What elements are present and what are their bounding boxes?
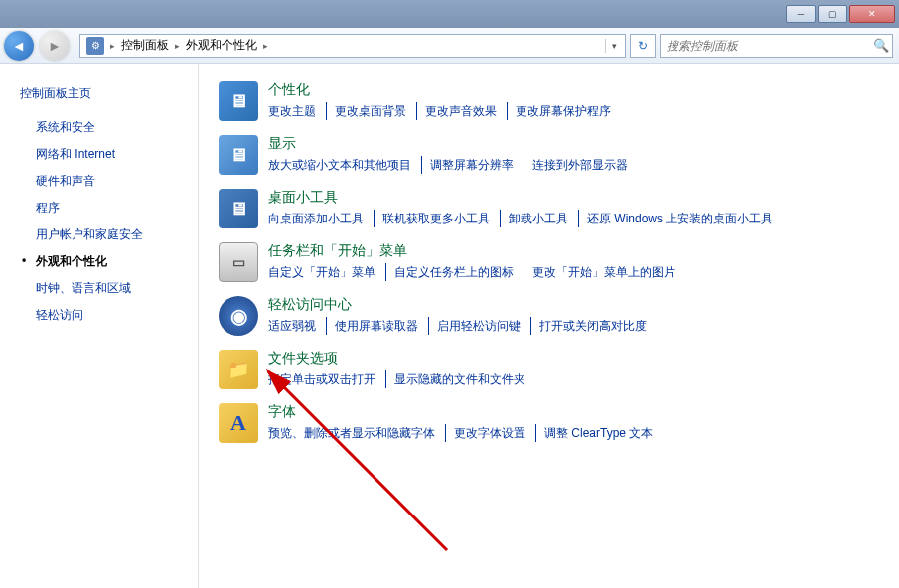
- main-content: 🖥个性化更改主题更改桌面背景更改声音效果更改屏幕保护程序🖥显示放大或缩小文本和其…: [199, 64, 899, 588]
- category-3: ▭任务栏和「开始」菜单自定义「开始」菜单自定义任务栏上的图标更改「开始」菜单上的…: [219, 242, 879, 282]
- category-6: A字体预览、删除或者显示和隐藏字体更改字体设置调整 ClearType 文本: [219, 403, 879, 443]
- category-title[interactable]: 显示: [268, 135, 879, 153]
- sidebar: 控制面板主页 系统和安全网络和 Internet硬件和声音程序用户帐户和家庭安全…: [0, 64, 199, 588]
- sidebar-item-6[interactable]: 时钟、语言和区域: [0, 275, 198, 302]
- category-title[interactable]: 任务栏和「开始」菜单: [268, 242, 879, 260]
- display-icon[interactable]: 🖥: [219, 135, 258, 175]
- breadcrumb-root[interactable]: 控制面板: [117, 37, 173, 54]
- sidebar-item-0[interactable]: 系统和安全: [0, 114, 198, 141]
- category-link[interactable]: 适应弱视: [268, 317, 327, 335]
- category-title[interactable]: 字体: [268, 403, 879, 421]
- refresh-button[interactable]: ↻: [630, 34, 656, 58]
- sidebar-item-1[interactable]: 网络和 Internet: [0, 141, 198, 168]
- category-link[interactable]: 启用轻松访问键: [437, 317, 531, 335]
- category-link[interactable]: 调整屏幕分辨率: [430, 156, 524, 174]
- category-link[interactable]: 更改屏幕保护程序: [516, 102, 621, 120]
- category-title[interactable]: 桌面小工具: [268, 189, 879, 207]
- sidebar-item-4[interactable]: 用户帐户和家庭安全: [0, 221, 198, 248]
- gadgets-icon[interactable]: 🖥: [219, 189, 258, 228]
- chevron-right-icon[interactable]: ▸: [108, 41, 117, 51]
- category-5: 📁文件夹选项指定单击或双击打开显示隐藏的文件和文件夹: [219, 350, 879, 389]
- category-link[interactable]: 卸载小工具: [509, 210, 579, 227]
- category-link[interactable]: 显示隐藏的文件和文件夹: [394, 370, 535, 388]
- category-title[interactable]: 个性化: [268, 81, 879, 99]
- category-link[interactable]: 预览、删除或者显示和隐藏字体: [268, 424, 446, 442]
- category-link[interactable]: 联机获取更多小工具: [382, 210, 501, 227]
- sidebar-item-7[interactable]: 轻松访问: [0, 302, 198, 329]
- category-2: 🖥桌面小工具向桌面添加小工具联机获取更多小工具卸载小工具还原 Windows 上…: [219, 189, 879, 228]
- sidebar-head[interactable]: 控制面板主页: [0, 81, 198, 114]
- category-link[interactable]: 更改字体设置: [454, 424, 536, 442]
- fonts-icon[interactable]: A: [219, 403, 258, 443]
- search-input[interactable]: [661, 39, 870, 53]
- control-panel-icon: ⚙: [86, 37, 104, 55]
- category-title[interactable]: 轻松访问中心: [268, 296, 879, 314]
- maximize-button[interactable]: ▢: [818, 5, 847, 23]
- forward-button[interactable]: ►: [40, 31, 70, 61]
- search-box[interactable]: 🔍: [660, 34, 893, 58]
- sidebar-item-5[interactable]: 外观和个性化: [0, 248, 198, 275]
- minimize-button[interactable]: ─: [786, 5, 816, 23]
- search-icon[interactable]: 🔍: [870, 38, 892, 53]
- close-button[interactable]: ✕: [849, 5, 895, 23]
- category-link[interactable]: 使用屏幕读取器: [335, 317, 429, 335]
- category-link[interactable]: 还原 Windows 上安装的桌面小工具: [587, 210, 783, 227]
- sidebar-item-2[interactable]: 硬件和声音: [0, 168, 198, 195]
- category-link[interactable]: 更改「开始」菜单上的图片: [532, 263, 685, 281]
- category-0: 🖥个性化更改主题更改桌面背景更改声音效果更改屏幕保护程序: [219, 81, 879, 121]
- folder-icon[interactable]: 📁: [219, 350, 258, 389]
- category-link[interactable]: 调整 ClearType 文本: [544, 424, 663, 442]
- back-button[interactable]: ◄: [4, 31, 34, 61]
- category-link[interactable]: 放大或缩小文本和其他项目: [268, 156, 422, 174]
- category-title[interactable]: 文件夹选项: [268, 350, 879, 368]
- window-titlebar: ─ ▢ ✕: [0, 0, 899, 28]
- address-dropdown-button[interactable]: ▾: [605, 39, 623, 53]
- category-link[interactable]: 打开或关闭高对比度: [539, 317, 657, 335]
- chevron-right-icon[interactable]: ▸: [261, 41, 270, 51]
- category-link[interactable]: 向桌面添加小工具: [268, 210, 375, 227]
- navigation-bar: ◄ ► ⚙ ▸ 控制面板 ▸ 外观和个性化 ▸ ▾ ↻ 🔍: [0, 28, 899, 64]
- category-link[interactable]: 更改桌面背景: [335, 102, 417, 120]
- category-1: 🖥显示放大或缩小文本和其他项目调整屏幕分辨率连接到外部显示器: [219, 135, 879, 175]
- category-link[interactable]: 自定义「开始」菜单: [268, 263, 386, 281]
- category-link[interactable]: 自定义任务栏上的图标: [394, 263, 524, 281]
- chevron-right-icon[interactable]: ▸: [173, 41, 182, 51]
- taskbar-icon[interactable]: ▭: [219, 242, 258, 282]
- breadcrumb-current[interactable]: 外观和个性化: [182, 37, 261, 54]
- ease-icon[interactable]: ◉: [219, 296, 258, 336]
- personalize-icon[interactable]: 🖥: [219, 81, 258, 121]
- category-4: ◉轻松访问中心适应弱视使用屏幕读取器启用轻松访问键打开或关闭高对比度: [219, 296, 879, 336]
- category-link[interactable]: 更改主题: [268, 102, 327, 120]
- address-bar[interactable]: ⚙ ▸ 控制面板 ▸ 外观和个性化 ▸ ▾: [79, 34, 626, 58]
- category-link[interactable]: 连接到外部显示器: [532, 156, 638, 174]
- category-link[interactable]: 更改声音效果: [425, 102, 508, 120]
- category-link[interactable]: 指定单击或双击打开: [268, 370, 386, 388]
- sidebar-item-3[interactable]: 程序: [0, 195, 198, 221]
